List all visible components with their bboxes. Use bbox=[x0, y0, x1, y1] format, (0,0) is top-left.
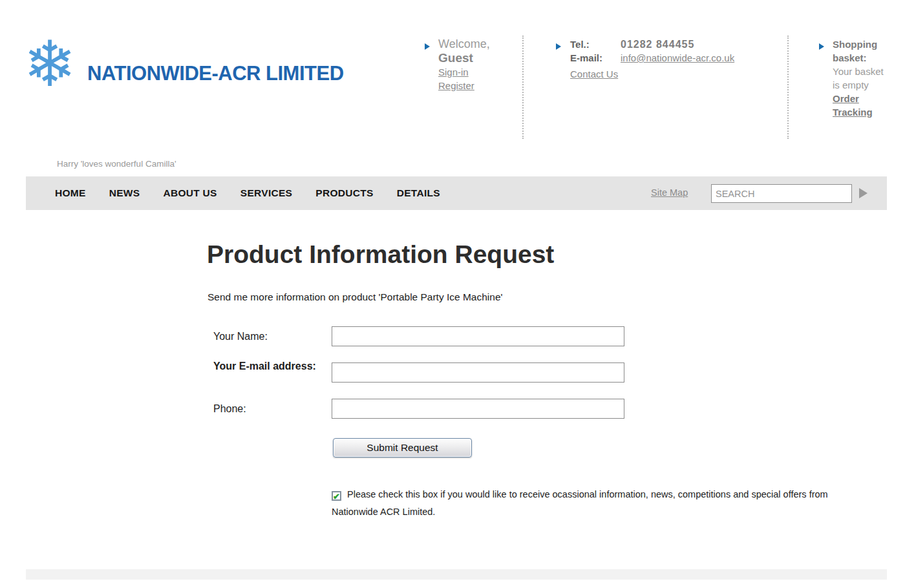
chevron-right-icon bbox=[424, 43, 431, 50]
strapline: Harry 'loves wonderful Camilla' bbox=[57, 159, 176, 169]
email-address-label: Your E-mail address: bbox=[213, 359, 317, 373]
basket-title: Shopping basket: bbox=[833, 37, 891, 65]
welcome-username: Guest bbox=[438, 51, 509, 65]
welcome-section: Welcome, Guest Sign-in Register bbox=[438, 37, 509, 92]
tel-number: 01282 844455 bbox=[621, 37, 694, 51]
header-divider bbox=[522, 36, 524, 139]
snowflake-logo-icon: ❄ bbox=[23, 28, 76, 100]
page-title: Product Information Request bbox=[207, 240, 554, 269]
nav-item-about-us[interactable]: ABOUT US bbox=[163, 187, 217, 199]
newsletter-text: Please check this box if you would like … bbox=[332, 489, 828, 517]
welcome-greeting: Welcome, bbox=[438, 37, 509, 51]
contact-section: Tel.: 01282 844455 E-mail: info@nationwi… bbox=[570, 37, 771, 81]
register-link[interactable]: Register bbox=[438, 79, 474, 92]
chevron-right-icon bbox=[555, 43, 562, 50]
order-tracking-link[interactable]: Order Tracking bbox=[833, 92, 891, 119]
chevron-right-icon bbox=[818, 43, 825, 50]
page: ❄ NATIONWIDE-ACR LIMITED Welcome, Guest … bbox=[0, 0, 905, 588]
shopping-basket-section: Shopping basket: Your basket is empty Or… bbox=[833, 37, 891, 119]
name-label: Your Name: bbox=[213, 331, 268, 342]
search-submit-arrow-icon[interactable] bbox=[859, 188, 868, 198]
phone-input[interactable] bbox=[332, 399, 624, 419]
site-map-link[interactable]: Site Map bbox=[651, 187, 688, 198]
nav-item-news[interactable]: NEWS bbox=[109, 187, 140, 199]
email-link[interactable]: info@nationwide-acr.co.uk bbox=[621, 51, 734, 65]
company-logo[interactable]: NATIONWIDE-ACR LIMITED bbox=[87, 62, 344, 85]
main-navigation: HOME NEWS ABOUT US SERVICES PRODUCTS DET… bbox=[26, 176, 887, 210]
footer-bar bbox=[26, 569, 887, 580]
newsletter-checkbox[interactable]: ✔ bbox=[332, 491, 341, 501]
name-input[interactable] bbox=[332, 326, 624, 346]
header-divider bbox=[787, 36, 789, 139]
phone-label: Phone: bbox=[213, 403, 246, 415]
contact-us-link[interactable]: Contact Us bbox=[570, 67, 618, 81]
intro-text: Send me more information on product 'Por… bbox=[208, 291, 503, 303]
nav-item-products[interactable]: PRODUCTS bbox=[315, 187, 373, 199]
basket-status: Your basket is empty bbox=[833, 65, 891, 92]
nav-item-services[interactable]: SERVICES bbox=[240, 187, 293, 199]
email-input[interactable] bbox=[332, 362, 624, 383]
email-label: E-mail: bbox=[570, 51, 621, 65]
nav-item-details[interactable]: DETAILS bbox=[397, 187, 440, 199]
submit-request-button[interactable]: Submit Request bbox=[333, 438, 472, 457]
sign-in-link[interactable]: Sign-in bbox=[438, 65, 469, 79]
nav-item-home[interactable]: HOME bbox=[55, 187, 86, 199]
newsletter-optin: ✔Please check this box if you would like… bbox=[332, 486, 867, 521]
search-input[interactable] bbox=[711, 184, 852, 203]
tel-label: Tel.: bbox=[570, 37, 621, 51]
